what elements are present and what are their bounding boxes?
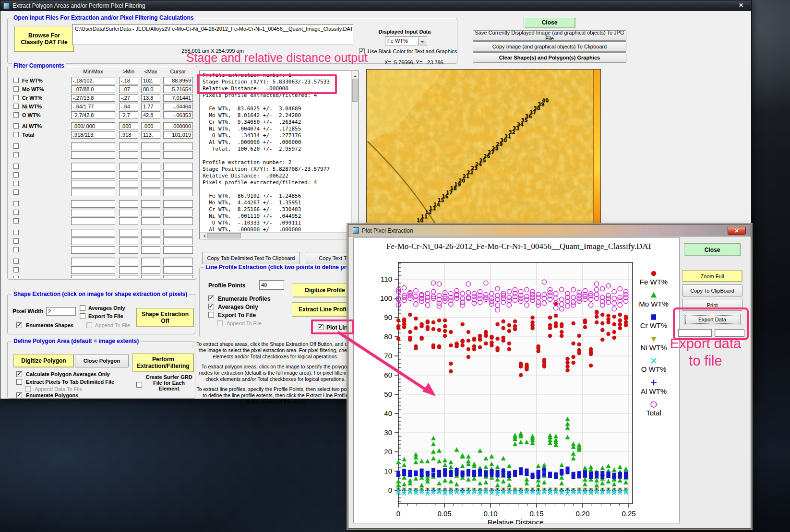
extract-pixels-checkbox[interactable] — [16, 379, 22, 385]
chevron-down-icon[interactable] — [418, 37, 426, 45]
element-checkbox[interactable] — [13, 112, 19, 118]
displayed-input-dropdown[interactable]: Fe WT% — [385, 36, 427, 46]
shape-append-checkbox[interactable] — [86, 322, 92, 328]
shape-averages-only-checkbox[interactable] — [80, 305, 85, 311]
element-checkbox[interactable] — [13, 276, 19, 278]
append-data-checkbox[interactable] — [25, 386, 31, 392]
min-field[interactable] — [119, 142, 138, 150]
calc-averages-checkbox[interactable] — [16, 371, 22, 377]
max-field[interactable]: 113. — [141, 131, 160, 139]
element-checkbox[interactable] — [13, 210, 19, 215]
max-field[interactable]: 42.8 — [141, 111, 160, 119]
export-stub-field-2[interactable] — [715, 329, 744, 337]
element-checkbox[interactable] — [13, 123, 19, 129]
digitize-polygon-button[interactable]: Digitize Polygon — [13, 354, 74, 367]
max-field[interactable] — [141, 275, 160, 278]
enumerate-profiles-checkbox[interactable] — [208, 296, 214, 301]
element-checkbox[interactable] — [13, 172, 19, 177]
perform-extraction-button[interactable]: Perform Extraction/Filtering — [132, 353, 194, 372]
max-field[interactable]: 102. — [141, 77, 160, 84]
max-field[interactable] — [141, 266, 160, 274]
max-field[interactable]: 88.0 — [141, 85, 160, 93]
max-field[interactable] — [141, 200, 160, 208]
element-checkbox[interactable] — [13, 181, 19, 186]
max-field[interactable]: 13.8 — [141, 94, 160, 102]
element-checkbox[interactable] — [13, 95, 19, 100]
min-field[interactable] — [119, 171, 138, 179]
max-field[interactable] — [141, 237, 160, 245]
copy-to-clipboard-button[interactable]: Copy To ClipBoard — [682, 284, 742, 296]
max-field[interactable] — [141, 171, 160, 179]
element-checkbox[interactable] — [13, 78, 19, 83]
plot-titlebar[interactable]: Plot Pixel Extraction ✕ — [348, 225, 751, 236]
max-field[interactable]: 1.77 — [141, 103, 160, 110]
black-color-checkbox[interactable] — [359, 48, 365, 54]
min-field[interactable] — [119, 266, 138, 274]
element-checkbox[interactable] — [13, 218, 19, 224]
max-field[interactable] — [141, 163, 160, 170]
scrollbar-thumb[interactable] — [207, 233, 241, 238]
element-checkbox[interactable] — [13, 267, 19, 272]
min-field[interactable]: .000 — [119, 122, 138, 130]
min-field[interactable] — [119, 189, 138, 196]
max-field[interactable] — [141, 151, 160, 159]
element-checkbox[interactable] — [13, 104, 19, 109]
enumerate-shapes-checkbox[interactable] — [16, 322, 22, 328]
min-field[interactable] — [119, 237, 138, 245]
zoom-full-button[interactable]: Zoom Full — [682, 270, 742, 282]
element-checkbox[interactable] — [13, 238, 19, 244]
min-field[interactable] — [119, 229, 138, 236]
min-field[interactable]: .918 — [119, 131, 138, 139]
max-field[interactable] — [141, 189, 160, 196]
element-checkbox[interactable] — [13, 189, 19, 195]
element-checkbox[interactable] — [13, 164, 19, 169]
element-checkbox[interactable] — [13, 152, 19, 157]
max-field[interactable] — [141, 246, 160, 254]
min-field[interactable]: -.64 — [119, 103, 138, 110]
min-field[interactable] — [119, 163, 138, 170]
element-checkbox[interactable] — [13, 230, 19, 235]
export-stub-field-1[interactable] — [678, 329, 712, 337]
profile-points-input[interactable] — [259, 280, 284, 290]
scroll-left-icon[interactable] — [202, 234, 205, 238]
min-field[interactable]: -.27 — [119, 94, 138, 102]
min-field[interactable]: -2.7 — [119, 111, 138, 119]
save-jpg-button[interactable]: Save Currently Displayed Image (and grap… — [473, 30, 626, 41]
profile-scrollbar-horizontal[interactable] — [200, 232, 352, 239]
element-checkbox[interactable] — [13, 247, 19, 252]
plot-close-icon[interactable]: ✕ — [728, 227, 746, 235]
element-checkbox[interactable] — [13, 86, 19, 92]
min-field[interactable] — [119, 246, 138, 254]
scrollbar-thumb[interactable] — [352, 79, 358, 102]
pixel-width-input[interactable] — [46, 307, 76, 316]
clear-graphics-button[interactable]: Clear Shape(s) and Polygon(s) Graphics — [473, 52, 626, 63]
min-field[interactable]: -.07 — [119, 85, 138, 93]
element-checkbox[interactable] — [13, 259, 19, 264]
main-close-icon[interactable]: ✕ — [737, 2, 745, 9]
shape-export-checkbox[interactable] — [80, 313, 85, 319]
min-field[interactable] — [119, 275, 138, 278]
file-path-field[interactable]: C:\UserData\SurferData - JEOL\Alloys2\Fe… — [72, 24, 353, 45]
min-field[interactable] — [119, 200, 138, 208]
export-to-file-checkbox[interactable] — [208, 312, 214, 318]
shape-extraction-off-button[interactable]: Shape Extraction Off — [136, 308, 194, 327]
create-grd-checkbox[interactable] — [136, 382, 142, 388]
min-field[interactable] — [119, 258, 138, 265]
copy-image-button[interactable]: Copy Image (and graphical objects) To Cl… — [473, 41, 626, 52]
close-polygon-button[interactable]: Close Polygon — [75, 354, 129, 367]
max-field[interactable] — [141, 142, 160, 150]
main-close-button[interactable]: Close — [524, 17, 575, 28]
enumerate-polygons-checkbox[interactable] — [16, 392, 22, 398]
element-checkbox[interactable] — [13, 201, 19, 206]
max-field[interactable] — [141, 209, 160, 216]
export-data-button[interactable]: Export Data — [684, 314, 741, 325]
print-button[interactable]: Print — [682, 299, 742, 311]
min-field[interactable]: -.18 — [119, 77, 138, 84]
main-titlebar[interactable]: Extract Polygon Areas and/or Perform Pix… — [0, 0, 751, 11]
max-field[interactable] — [141, 258, 160, 265]
plot-line-profile-checkbox[interactable] — [318, 324, 323, 330]
scroll-up-icon[interactable] — [353, 73, 357, 77]
browse-dat-button[interactable]: Browse For Classify DAT File — [14, 26, 74, 52]
max-field[interactable] — [141, 217, 160, 225]
min-field[interactable] — [119, 217, 138, 225]
